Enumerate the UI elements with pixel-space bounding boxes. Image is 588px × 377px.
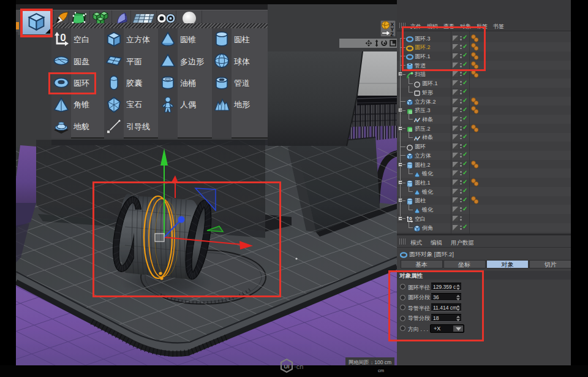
svg-text:0: 0 — [60, 32, 66, 44]
svg-text:·cn: ·cn — [294, 363, 303, 370]
svg-text:UI: UI — [284, 363, 290, 370]
svg-text:Z: Z — [391, 31, 394, 37]
svg-text:网格间距：100 cm: 网格间距：100 cm — [349, 359, 391, 365]
svg-text:0: 0 — [409, 216, 412, 222]
